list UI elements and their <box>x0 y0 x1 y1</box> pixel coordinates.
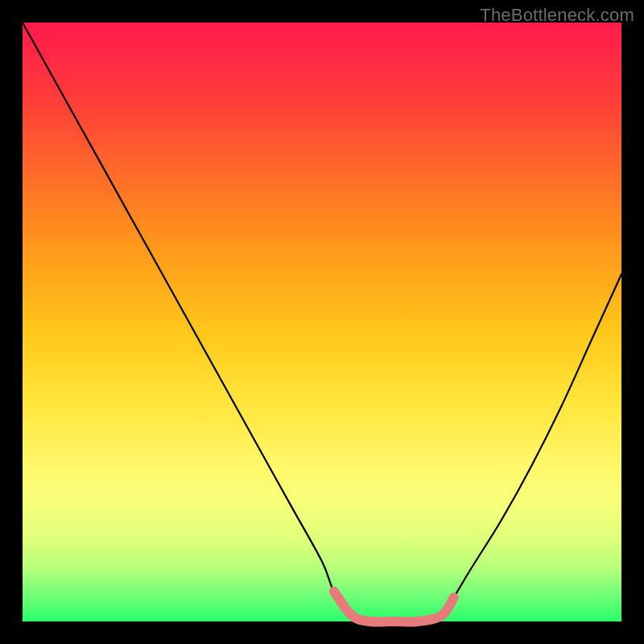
bottleneck-curve <box>23 23 621 622</box>
chart-frame: TheBottleneck.com <box>0 0 644 644</box>
plot-area <box>23 23 621 621</box>
chart-svg <box>23 23 621 621</box>
highlight-band <box>334 592 454 622</box>
